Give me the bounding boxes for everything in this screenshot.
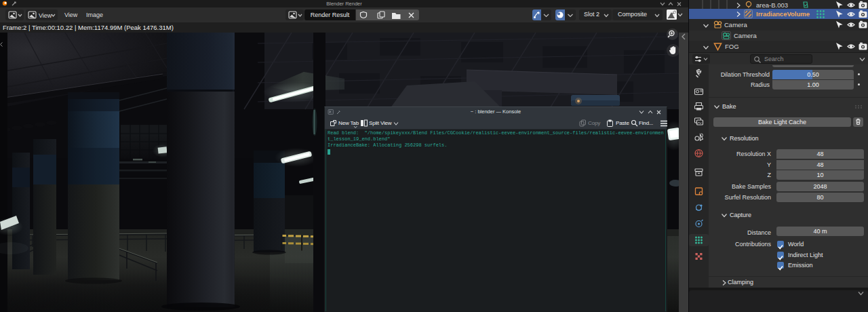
- svg-text:View: View: [39, 12, 52, 19]
